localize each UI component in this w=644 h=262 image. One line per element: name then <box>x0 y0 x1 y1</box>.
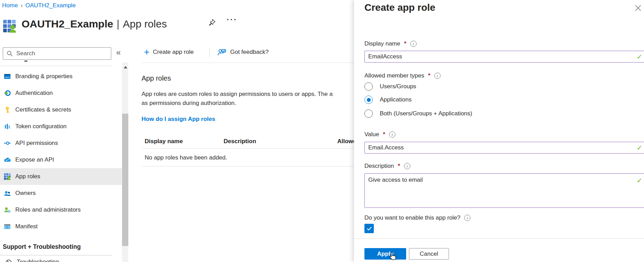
radio-users-groups[interactable]: Users/Groups <box>364 81 416 92</box>
breadcrumb-current-link[interactable]: OAUTH2_Example <box>25 2 76 9</box>
radio-label: Users/Groups <box>380 83 416 90</box>
allowed-member-types-label: Allowed member types <box>364 72 424 79</box>
troubleshooting-icon <box>5 259 13 262</box>
sidebar-item-label: Certificates & secrets <box>15 106 71 113</box>
manifest-icon: { } <box>3 223 11 230</box>
column-header-allowed-member-types: Allowed member types <box>337 138 354 145</box>
sidebar-item-label: Authentication <box>15 90 53 97</box>
sidebar-item-authentication[interactable]: Authentication <box>0 85 122 101</box>
authentication-icon <box>3 89 11 97</box>
sidebar-item-label: Manifest <box>15 223 38 230</box>
plus-icon: + <box>144 48 150 57</box>
checkmark-icon <box>366 226 372 232</box>
sidebar-section-divider <box>0 255 112 255</box>
sidebar-item-manifest[interactable]: { } Manifest <box>0 218 122 235</box>
app-registration-icon <box>3 19 16 34</box>
description-textarea[interactable]: Give access to email ✓ <box>364 173 644 208</box>
table-row-divider <box>142 166 354 166</box>
cloud-gear-icon <box>3 156 11 164</box>
radio-label: Both (Users/Groups + Applications) <box>380 110 472 117</box>
value-label-row: Value* i <box>364 131 395 138</box>
collapse-sidebar-button[interactable]: « <box>116 47 121 58</box>
page-title-blade-name: App roles <box>123 18 167 30</box>
info-icon[interactable]: i <box>389 131 395 138</box>
sidebar-item-branding[interactable]: www Branding & properties <box>0 68 122 85</box>
sidebar-item-label: Troubleshooting <box>17 259 59 262</box>
sidebar-item-certificates[interactable]: Certificates & secrets <box>0 101 122 118</box>
enable-app-role-checkbox[interactable] <box>364 224 374 233</box>
sliders-icon <box>3 123 11 130</box>
description-value: Give access to email <box>368 177 423 183</box>
sidebar-item-owners[interactable]: Owners <box>0 185 122 202</box>
api-permissions-icon <box>3 139 11 147</box>
sidebar-item-api-permissions[interactable]: API permissions <box>0 135 122 152</box>
valid-check-icon: ✓ <box>637 144 642 152</box>
sidebar-item-label: App roles <box>15 173 40 180</box>
valid-check-icon: ✓ <box>637 177 642 184</box>
sidebar-item-app-roles[interactable]: App roles <box>0 168 122 185</box>
sidebar-item-token-configuration[interactable]: Token configuration <box>0 118 122 135</box>
sidebar-item-label: Owners <box>15 190 36 197</box>
description-label: Description <box>364 163 394 170</box>
create-app-role-button[interactable]: + Create app role <box>144 47 194 58</box>
display-name-input[interactable]: EmailAccess ✓ <box>364 51 644 63</box>
allowed-member-types-label-row: Allowed member types* i <box>364 72 441 79</box>
required-asterisk: * <box>428 72 430 79</box>
sidebar-item-expose-api[interactable]: Expose an API <box>0 152 122 168</box>
sidebar-divider <box>0 66 112 66</box>
assign-app-roles-link[interactable]: How do I assign App roles <box>142 116 215 123</box>
create-app-role-panel <box>354 0 644 262</box>
sidebar-item-roles-administrators[interactable]: Roles and administrators <box>0 202 122 218</box>
required-asterisk: * <box>404 40 406 47</box>
scrollbar-up-arrow-icon[interactable] <box>124 66 127 68</box>
sidebar-item-label: Roles and administrators <box>15 206 81 213</box>
radio-applications[interactable]: Applications <box>364 94 412 106</box>
info-icon[interactable]: i <box>410 41 417 47</box>
column-header-display-name: Display name <box>145 138 183 145</box>
enable-app-role-label: Do you want to enable this app role? <box>364 214 460 221</box>
sidebar-section-header: Support + Troubleshooting <box>3 243 81 251</box>
value-input[interactable]: Email.Access ✓ <box>364 142 644 154</box>
sidebar-scrollbar-thumb[interactable] <box>122 114 128 246</box>
enable-app-role-label-row: Do you want to enable this app role? i <box>364 214 470 221</box>
toolbar-separator <box>209 47 210 57</box>
radio-label: Applications <box>380 96 412 103</box>
scrolled-item-sliver <box>24 60 27 62</box>
info-icon[interactable]: i <box>434 73 441 79</box>
breadcrumb-home-link[interactable]: Home <box>2 2 18 9</box>
radio-both[interactable]: Both (Users/Groups + Applications) <box>364 108 472 120</box>
page-title: OAUTH2_Example | App roles <box>22 18 167 30</box>
page-title-separator: | <box>116 18 119 30</box>
info-icon[interactable]: i <box>404 163 410 169</box>
sidebar-item-label: Branding & properties <box>15 73 72 80</box>
sidebar-item-troubleshooting-partial[interactable]: Troubleshooting <box>0 259 115 262</box>
description-label-row: Description* i <box>364 163 410 170</box>
search-input[interactable] <box>16 50 111 57</box>
content-section-title: App roles <box>142 74 171 82</box>
required-asterisk: * <box>398 163 400 170</box>
search-icon <box>7 50 13 57</box>
more-options-icon[interactable]: ··· <box>227 15 238 24</box>
got-feedback-button[interactable]: Got feedback? <box>217 47 269 58</box>
svg-text:www: www <box>5 76 10 78</box>
radio-circle-icon <box>364 82 373 91</box>
roles-administrators-icon <box>3 206 11 214</box>
close-icon[interactable] <box>634 4 642 13</box>
apply-button[interactable]: Apply <box>364 248 406 260</box>
table-empty-message: No app roles have been added. <box>145 154 227 161</box>
sidebar-item-label: API permissions <box>15 140 58 147</box>
feedback-icon <box>217 47 227 57</box>
sidebar-item-label: Expose an API <box>15 156 54 163</box>
column-header-description: Description <box>224 138 256 145</box>
panel-footer-divider <box>354 238 644 239</box>
sidebar-nav: www Branding & properties Authentication <box>0 68 122 235</box>
info-icon[interactable]: i <box>464 215 470 221</box>
radio-circle-selected-icon <box>364 96 373 104</box>
cancel-button[interactable]: Cancel <box>409 248 449 260</box>
owners-icon <box>3 189 11 197</box>
pin-icon[interactable] <box>207 18 216 28</box>
svg-text:{ }: { } <box>5 226 10 229</box>
breadcrumb-separator: › <box>21 2 23 9</box>
breadcrumb: Home › OAUTH2_Example <box>2 2 76 9</box>
main-region: Home › OAUTH2_Example OAUTH2_Example | A… <box>0 0 354 262</box>
